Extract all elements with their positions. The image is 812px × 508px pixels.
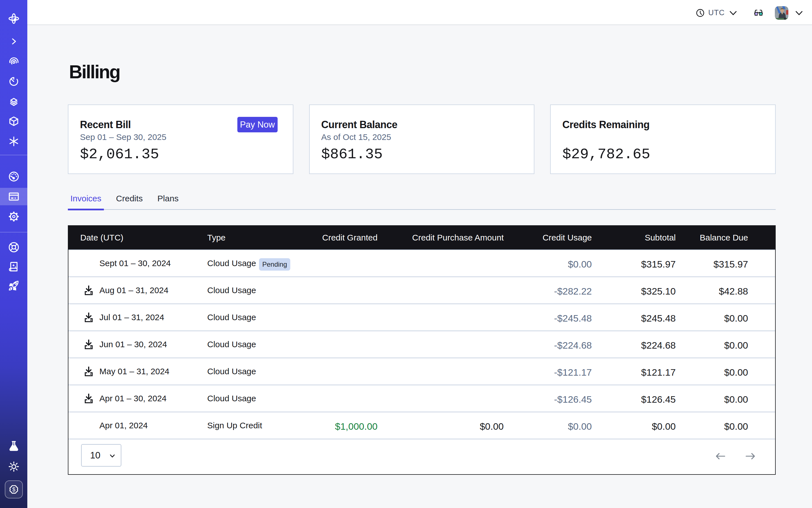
svg-text:$: $ (12, 486, 15, 493)
